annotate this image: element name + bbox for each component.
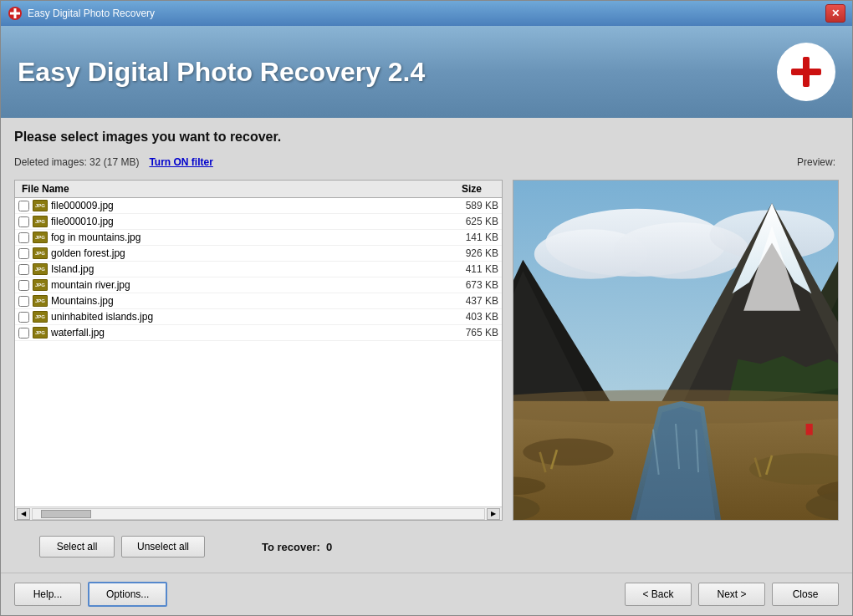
file-checkbox[interactable] [18, 296, 29, 307]
file-name: fog in mountains.jpg [51, 232, 440, 243]
bottom-bar: Help... Options... < Back Next > Close [1, 573, 852, 615]
svg-rect-4 [791, 69, 821, 75]
svg-point-27 [523, 439, 613, 466]
back-button[interactable]: < Back [625, 583, 692, 606]
svg-rect-31 [806, 424, 813, 435]
file-size: 141 KB [440, 232, 498, 243]
table-row[interactable]: JPGgolden forest.jpg926 KB [15, 246, 502, 262]
file-name: file000010.jpg [51, 216, 440, 227]
file-checkbox[interactable] [18, 201, 29, 211]
buttons-row: Select all Unselect all To recover: 0 [14, 529, 839, 561]
file-type-icon: JPG [33, 279, 48, 291]
file-name: golden forest.jpg [51, 247, 440, 259]
file-name: mountain river.jpg [51, 279, 440, 291]
horizontal-scrollbar[interactable]: ◀ ▶ [15, 507, 502, 520]
close-button[interactable]: ✕ [825, 4, 845, 23]
file-checkbox[interactable] [18, 312, 29, 323]
preview-label: Preview: [797, 156, 839, 168]
title-bar: Easy Digital Photo Recovery ✕ [1, 1, 852, 26]
file-type-icon: JPG [33, 327, 48, 339]
to-recover-count: 0 [326, 541, 332, 553]
file-list[interactable]: JPGfile000009.jpg589 KBJPGfile000010.jpg… [15, 198, 502, 507]
close-window-button[interactable]: Close [772, 583, 839, 606]
file-type-icon: JPG [33, 232, 48, 243]
file-type-icon: JPG [33, 295, 48, 307]
file-name: waterfall.jpg [51, 327, 440, 339]
filter-link[interactable]: Turn ON filter [149, 156, 212, 168]
file-size: 926 KB [440, 247, 498, 259]
content-area: File Name Size JPGfile000009.jpg589 KBJP… [14, 180, 839, 521]
main-content: Please select images you want to recover… [1, 118, 852, 573]
scroll-track [32, 508, 485, 520]
table-row[interactable]: JPGfile000010.jpg625 KB [15, 214, 502, 230]
app-icon [8, 6, 23, 21]
svg-rect-2 [10, 13, 20, 15]
file-type-icon: JPG [33, 247, 48, 259]
col-name-header: File Name [18, 183, 436, 195]
scroll-thumb [41, 510, 91, 518]
next-button[interactable]: Next > [698, 583, 765, 606]
file-checkbox[interactable] [18, 232, 29, 243]
file-checkbox[interactable] [18, 328, 29, 339]
file-name: Island.jpg [51, 263, 440, 275]
unselect-all-button[interactable]: Unselect all [121, 536, 205, 557]
file-size: 437 KB [440, 295, 498, 307]
file-size: 625 KB [440, 216, 498, 227]
file-size: 411 KB [440, 263, 498, 275]
file-name: file000009.jpg [51, 200, 440, 211]
scroll-right-btn[interactable]: ▶ [487, 508, 500, 520]
select-all-button[interactable]: Select all [39, 536, 115, 557]
options-button[interactable]: Options... [88, 582, 167, 607]
file-checkbox[interactable] [18, 248, 29, 259]
to-recover-text: To recover: 0 [262, 541, 332, 553]
section-title: Please select images you want to recover… [14, 130, 839, 145]
help-button[interactable]: Help... [14, 583, 81, 606]
file-checkbox[interactable] [18, 264, 29, 275]
scroll-left-btn[interactable]: ◀ [17, 508, 30, 520]
table-row[interactable]: JPGuninhabited islands.jpg403 KB [15, 309, 502, 325]
preview-panel [513, 180, 839, 521]
file-size: 589 KB [440, 200, 498, 211]
deleted-info: Deleted images: 32 (17 MB) [14, 156, 139, 168]
preview-image [513, 181, 838, 520]
app-title: Easy Digital Photo Recovery 2.4 [18, 57, 425, 88]
col-size-header: Size [436, 183, 498, 195]
table-row[interactable]: JPGIsland.jpg411 KB [15, 262, 502, 277]
file-name: uninhabited islands.jpg [51, 311, 440, 323]
file-type-icon: JPG [33, 311, 48, 323]
info-row: Deleted images: 32 (17 MB) Turn ON filte… [14, 156, 839, 168]
file-table-header: File Name Size [15, 181, 502, 198]
file-type-icon: JPG [33, 200, 48, 211]
file-size: 403 KB [440, 311, 498, 323]
file-name: Mountains.jpg [51, 295, 440, 307]
table-row[interactable]: JPGfile000009.jpg589 KB [15, 198, 502, 214]
header-banner: Easy Digital Photo Recovery 2.4 [1, 26, 852, 118]
file-size: 765 KB [440, 327, 498, 339]
table-row[interactable]: JPGfog in mountains.jpg141 KB [15, 230, 502, 246]
file-checkbox[interactable] [18, 280, 29, 291]
file-size: 673 KB [440, 279, 498, 291]
file-checkbox[interactable] [18, 216, 29, 227]
table-row[interactable]: JPGwaterfall.jpg765 KB [15, 325, 502, 341]
title-bar-text: Easy Digital Photo Recovery [28, 8, 820, 19]
main-window: Easy Digital Photo Recovery ✕ Easy Digit… [0, 0, 853, 616]
table-row[interactable]: JPGMountains.jpg437 KB [15, 293, 502, 309]
file-panel: File Name Size JPGfile000009.jpg589 KBJP… [14, 180, 503, 521]
file-type-icon: JPG [33, 263, 48, 275]
plus-icon-circle [777, 43, 835, 101]
table-row[interactable]: JPGmountain river.jpg673 KB [15, 277, 502, 293]
file-type-icon: JPG [33, 216, 48, 227]
bottom-right-buttons: < Back Next > Close [625, 583, 839, 606]
